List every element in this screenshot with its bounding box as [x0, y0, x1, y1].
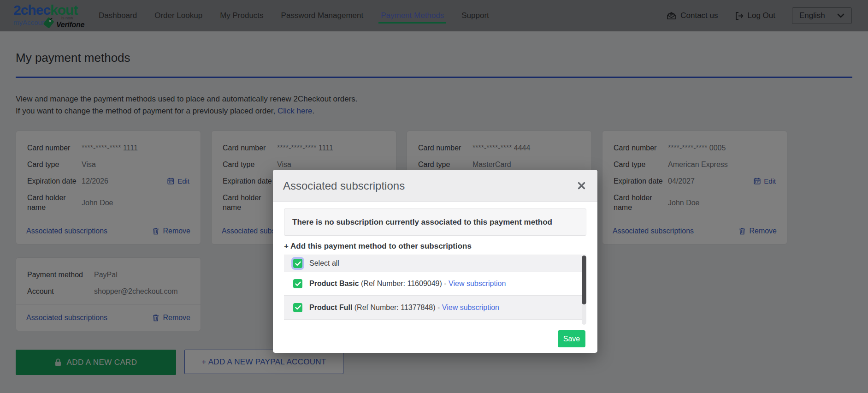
select-all-checkbox[interactable] [293, 259, 302, 268]
save-button[interactable]: Save [558, 330, 585, 347]
subscription-row-partial [284, 320, 586, 325]
modal-header: Associated subscriptions [273, 170, 597, 202]
subscription-label: Product Basic (Ref Number: 11609049) - V… [309, 280, 506, 288]
subscription-row[interactable]: Product Basic (Ref Number: 11609049) - V… [284, 272, 586, 296]
subscription-list: Select all Product Basic (Ref Number: 11… [284, 255, 586, 325]
select-all-label: Select all [309, 259, 339, 268]
close-icon[interactable] [576, 180, 587, 191]
modal-title: Associated subscriptions [283, 179, 405, 192]
add-to-subscriptions-heading: + Add this payment method to other subsc… [284, 242, 586, 250]
scrollbar-thumb[interactable] [582, 256, 586, 304]
subscription-row[interactable]: Product Full (Ref Number: 11377848) - Vi… [284, 296, 586, 320]
no-subscription-message: There is no subscription currently assoc… [284, 208, 586, 236]
view-subscription-link[interactable]: View subscription [442, 304, 499, 311]
subscription-checkbox[interactable] [293, 279, 302, 288]
subscription-label: Product Full (Ref Number: 11377848) - Vi… [309, 304, 499, 312]
associated-subscriptions-modal: Associated subscriptions There is no sub… [273, 170, 597, 353]
list-scrollbar[interactable] [582, 256, 586, 325]
modal-body: There is no subscription currently assoc… [273, 202, 597, 325]
page: 2checkout myAccount is now Verifone Dash… [0, 0, 868, 393]
subscription-checkbox[interactable] [293, 303, 302, 312]
view-subscription-link[interactable]: View subscription [449, 280, 506, 287]
select-all-row[interactable]: Select all [284, 255, 586, 272]
